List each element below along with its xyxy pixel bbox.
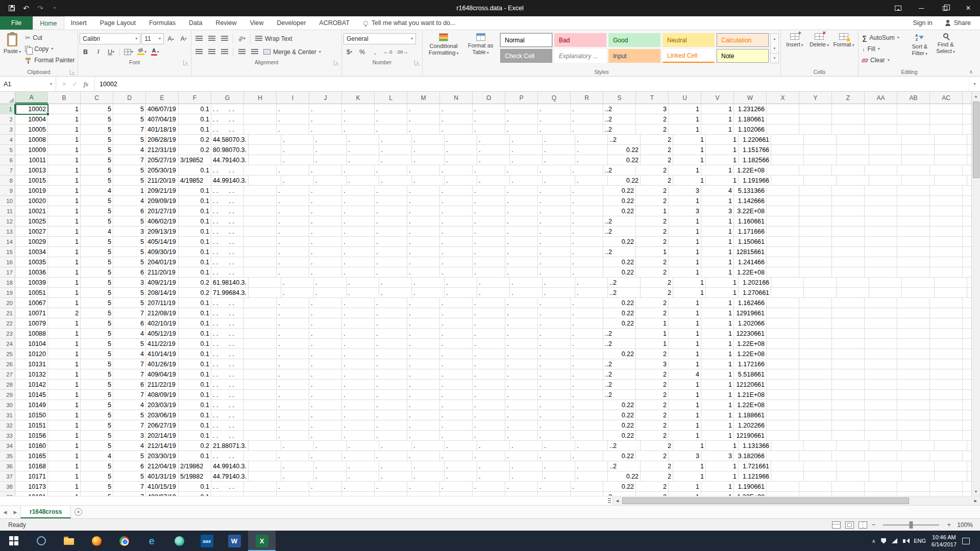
cell-J11[interactable]: . [309, 206, 342, 216]
cell-AB30[interactable] [897, 400, 930, 410]
start-button[interactable] [0, 531, 28, 551]
cell-V35[interactable]: 3 [701, 451, 734, 461]
cell-T4[interactable]: 2 [641, 135, 673, 145]
cell-Z33[interactable] [832, 431, 865, 441]
cell-A3[interactable]: 10005 [15, 124, 48, 135]
cell-H12[interactable] [244, 216, 277, 227]
cell-A6[interactable]: 10011 [15, 155, 48, 165]
cell-M24[interactable]: . [407, 339, 440, 349]
close-button[interactable]: × [957, 0, 980, 16]
cell-P5[interactable]: . [510, 145, 543, 155]
cell-U34[interactable]: 1 [673, 441, 706, 451]
cell-Y16[interactable] [799, 257, 832, 267]
cell-R23[interactable]: . [571, 329, 603, 339]
cell-E33[interactable]: 202/14/19 [146, 431, 179, 441]
cell-S27[interactable]: ..2 [603, 369, 636, 380]
name-box[interactable]: A1▾ [0, 77, 56, 91]
cell-B33[interactable]: 1 [48, 431, 81, 441]
cell-H2[interactable] [244, 114, 277, 124]
cell-T24[interactable]: 1 [636, 339, 669, 349]
cell-R5[interactable]: . [575, 145, 608, 155]
cell-M7[interactable]: . [407, 165, 440, 176]
cell-U3[interactable]: 1 [669, 124, 701, 135]
restore-button[interactable] [933, 0, 957, 16]
cell-T15[interactable]: 1 [636, 247, 669, 257]
cell-U27[interactable]: 4 [669, 369, 701, 380]
cell-W26[interactable]: 1.172166 [734, 359, 767, 369]
cell-F30[interactable]: 0.1 [179, 400, 211, 410]
cell-AA12[interactable] [865, 216, 897, 227]
cell-L9[interactable]: . [375, 186, 407, 196]
network-icon[interactable] [892, 538, 897, 543]
cell-AB38[interactable] [897, 482, 930, 492]
cell-X4[interactable] [771, 135, 804, 145]
cell-W1[interactable]: 1.231266 [734, 104, 767, 114]
cell-Z20[interactable] [832, 298, 865, 308]
cell-L29[interactable]: . [375, 390, 407, 400]
cell-X1[interactable] [767, 104, 799, 114]
undo-button[interactable]: ↶ [19, 2, 33, 15]
column-header-O[interactable]: O [473, 92, 505, 104]
cell-G34[interactable]: 21.88071.3. [211, 441, 249, 451]
cell-M6[interactable]: . [412, 155, 445, 165]
cell-U22[interactable]: 1 [669, 318, 701, 329]
cell-J26[interactable]: . [309, 359, 342, 369]
cell-S7[interactable]: ..2 [603, 165, 636, 176]
cell-AB6[interactable] [902, 155, 935, 165]
cell-A20[interactable]: 10067 [15, 298, 48, 308]
cell-AD20[interactable] [963, 298, 971, 308]
cell-C39[interactable]: 5 [81, 492, 113, 496]
cell-H28[interactable] [244, 380, 277, 390]
cell-J7[interactable]: . [309, 165, 342, 176]
cell-C8[interactable]: 5 [81, 176, 113, 186]
cell-W5[interactable]: 1.151766 [739, 145, 771, 155]
cell-W7[interactable]: 1.22E+08 [734, 165, 767, 176]
cell-Q8[interactable]: . [543, 176, 575, 186]
cell-G4[interactable]: 44.58070.3. [211, 135, 249, 145]
cell-K37[interactable]: . [347, 471, 379, 482]
cell-L31[interactable]: . [375, 410, 407, 420]
cell-K39[interactable]: . [342, 492, 375, 496]
cell-D25[interactable]: 4 [113, 349, 146, 359]
sheet-tab-r1648cross[interactable]: r1648cross [20, 506, 71, 518]
cell-A5[interactable]: 10009 [15, 145, 48, 155]
cell-R34[interactable]: . [575, 441, 608, 451]
cell-N21[interactable]: . [440, 308, 473, 318]
cell-V25[interactable]: 1 [701, 349, 734, 359]
cell-O13[interactable]: . [473, 227, 505, 237]
cell-Y29[interactable] [799, 390, 832, 400]
cell-P23[interactable]: . [505, 329, 538, 339]
cell-X23[interactable] [767, 329, 799, 339]
cell-B24[interactable]: 1 [48, 339, 81, 349]
cell-Z8[interactable] [837, 176, 869, 186]
cell-H5[interactable] [249, 145, 281, 155]
cell-AA23[interactable] [865, 329, 897, 339]
cell-G31[interactable]: . . . . [211, 410, 244, 420]
cell-W33[interactable]: 12190661 [734, 431, 767, 441]
column-header-P[interactable]: P [505, 92, 538, 104]
cell-Q7[interactable]: . [538, 165, 571, 176]
cell-K24[interactable]: . [342, 339, 375, 349]
cell-Z32[interactable] [832, 420, 865, 431]
cell-AD30[interactable] [963, 400, 971, 410]
row-header-8[interactable]: 8 [0, 176, 15, 186]
cell-E39[interactable]: 408/07/19 [146, 492, 179, 496]
cell-T38[interactable]: 2 [636, 482, 669, 492]
cell-M9[interactable]: . [407, 186, 440, 196]
cell-M26[interactable]: . [407, 359, 440, 369]
cell-AD4[interactable] [967, 135, 971, 145]
column-header-A[interactable]: A [15, 92, 48, 104]
cell-Z7[interactable] [832, 165, 865, 176]
cell-J6[interactable]: . [314, 155, 347, 165]
cell-R8[interactable]: . [575, 176, 608, 186]
row-header-31[interactable]: 31 [0, 410, 15, 420]
cell-X6[interactable] [771, 155, 804, 165]
cell-AC33[interactable] [930, 431, 963, 441]
cell-V14[interactable]: 1 [701, 237, 734, 247]
cell-AB21[interactable] [897, 308, 930, 318]
cell-M15[interactable]: . [407, 247, 440, 257]
cell-I17[interactable]: . [277, 267, 309, 278]
cell-Z11[interactable] [832, 206, 865, 216]
cell-E24[interactable]: 411/22/19 [146, 339, 179, 349]
cell-V11[interactable]: 3 [701, 206, 734, 216]
